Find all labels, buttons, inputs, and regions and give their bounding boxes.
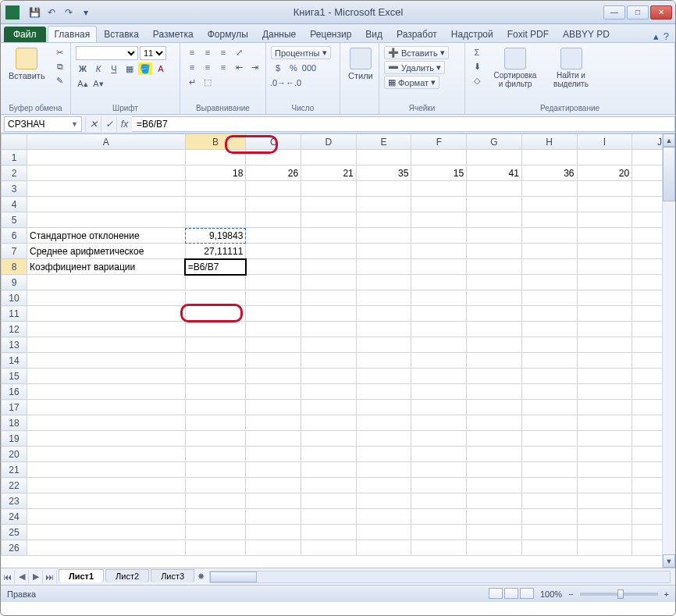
cell-H25[interactable]	[521, 525, 577, 540]
sheet-tab-2[interactable]: Лист2	[105, 569, 149, 582]
maximize-button[interactable]: □	[627, 5, 649, 20]
close-button[interactable]: ✕	[650, 5, 672, 20]
cell-A9[interactable]	[27, 275, 185, 290]
row-header-9[interactable]: 9	[2, 275, 27, 290]
cell-A2[interactable]	[27, 166, 185, 181]
tab-review[interactable]: Рецензир	[303, 26, 358, 42]
zoom-slider[interactable]	[580, 593, 658, 596]
zoom-knob[interactable]	[617, 589, 624, 599]
cell-D18[interactable]	[301, 415, 357, 431]
cell-G26[interactable]	[467, 540, 522, 556]
cell-I12[interactable]	[577, 322, 632, 337]
cell-E10[interactable]	[356, 290, 411, 306]
cell-B5[interactable]	[185, 212, 246, 228]
styles-button[interactable]: Стили	[345, 46, 376, 82]
cell-A21[interactable]	[27, 462, 185, 478]
minimize-button[interactable]: —	[603, 5, 625, 20]
cell-E9[interactable]	[356, 275, 411, 290]
cell-D17[interactable]	[301, 400, 357, 415]
horizontal-scrollbar[interactable]	[209, 571, 671, 583]
cell-D4[interactable]	[301, 197, 357, 212]
cell-F17[interactable]	[411, 400, 467, 415]
cell-H13[interactable]	[521, 337, 577, 353]
indent-decrease-icon[interactable]: ⇤	[232, 61, 246, 73]
cell-H3[interactable]	[521, 181, 577, 197]
vertical-scrollbar[interactable]: ▲ ▼	[662, 134, 675, 568]
cell-A13[interactable]	[27, 337, 185, 353]
cell-B8[interactable]: =B6/B7	[185, 259, 246, 275]
col-header-C[interactable]: C	[246, 134, 301, 150]
cell-H8[interactable]	[521, 259, 577, 275]
increase-font-icon[interactable]: A▴	[76, 77, 90, 90]
cell-I16[interactable]	[577, 384, 632, 400]
row-header-19[interactable]: 19	[2, 431, 27, 447]
cell-D24[interactable]	[301, 509, 357, 525]
format-painter-icon[interactable]: ✎	[53, 74, 67, 87]
cell-F22[interactable]	[411, 478, 467, 493]
tab-view[interactable]: Вид	[358, 26, 390, 42]
cell-F8[interactable]	[411, 259, 467, 275]
cell-E8[interactable]	[356, 259, 411, 275]
fill-color-button[interactable]: 🪣	[138, 62, 152, 75]
cell-C9[interactable]	[246, 275, 301, 290]
cell-C12[interactable]	[246, 322, 301, 337]
cell-G17[interactable]	[467, 400, 522, 415]
cell-A26[interactable]	[27, 540, 185, 556]
cell-D19[interactable]	[301, 431, 357, 447]
cell-C26[interactable]	[246, 540, 301, 556]
cell-F25[interactable]	[411, 525, 467, 540]
cell-E11[interactable]	[356, 306, 411, 322]
row-header-13[interactable]: 13	[2, 337, 27, 353]
cell-E5[interactable]	[356, 212, 411, 228]
zoom-in-icon[interactable]: +	[664, 589, 669, 599]
row-header-12[interactable]: 12	[2, 322, 27, 337]
cell-D5[interactable]	[301, 212, 357, 228]
col-header-F[interactable]: F	[411, 134, 467, 150]
cell-C1[interactable]	[246, 150, 301, 166]
cell-F9[interactable]	[411, 275, 467, 290]
delete-cells-button[interactable]: ➖ Удалить ▾	[384, 61, 445, 74]
cell-E17[interactable]	[356, 400, 411, 415]
cell-C22[interactable]	[246, 478, 301, 493]
cell-A1[interactable]	[27, 150, 185, 166]
cell-G14[interactable]	[467, 353, 522, 369]
cell-I26[interactable]	[577, 540, 632, 556]
cell-I24[interactable]	[577, 509, 632, 525]
wrap-text-icon[interactable]: ↵	[185, 76, 199, 88]
cell-E24[interactable]	[356, 509, 411, 525]
underline-button[interactable]: Ч	[107, 62, 121, 75]
page-break-view-button[interactable]	[520, 588, 534, 599]
scroll-up-icon[interactable]: ▲	[663, 134, 675, 147]
formula-input[interactable]	[132, 116, 675, 132]
align-center-icon[interactable]: ≡	[201, 61, 215, 73]
cell-F23[interactable]	[411, 493, 467, 509]
cell-I4[interactable]	[577, 197, 632, 212]
sheet-nav-last-icon[interactable]: ⏭	[43, 570, 57, 584]
cell-H26[interactable]	[521, 540, 577, 556]
cell-B25[interactable]	[185, 525, 246, 540]
cell-I21[interactable]	[577, 462, 632, 478]
cell-D20[interactable]	[301, 447, 357, 462]
cell-F18[interactable]	[411, 415, 467, 431]
align-middle-icon[interactable]: ≡	[201, 46, 215, 59]
cell-D7[interactable]	[301, 244, 357, 259]
cell-A17[interactable]	[27, 400, 185, 415]
fill-icon[interactable]: ⬇	[470, 60, 484, 73]
cell-A25[interactable]	[27, 525, 185, 540]
cell-A19[interactable]	[27, 431, 185, 447]
cell-H20[interactable]	[521, 447, 577, 462]
cell-B17[interactable]	[185, 400, 246, 415]
cell-A14[interactable]	[27, 353, 185, 369]
cell-I25[interactable]	[577, 525, 632, 540]
decrease-decimal-icon[interactable]: ←.0	[286, 77, 301, 89]
cell-E2[interactable]: 35	[356, 166, 411, 181]
cell-I18[interactable]	[577, 415, 632, 431]
cell-H12[interactable]	[521, 322, 577, 337]
enter-formula-icon[interactable]: ✓	[101, 116, 116, 132]
cell-H10[interactable]	[521, 290, 577, 306]
cell-H14[interactable]	[521, 353, 577, 369]
cell-C2[interactable]: 26	[246, 166, 301, 181]
cell-G16[interactable]	[467, 384, 522, 400]
cell-A15[interactable]	[27, 369, 185, 384]
cell-B4[interactable]	[185, 197, 246, 212]
